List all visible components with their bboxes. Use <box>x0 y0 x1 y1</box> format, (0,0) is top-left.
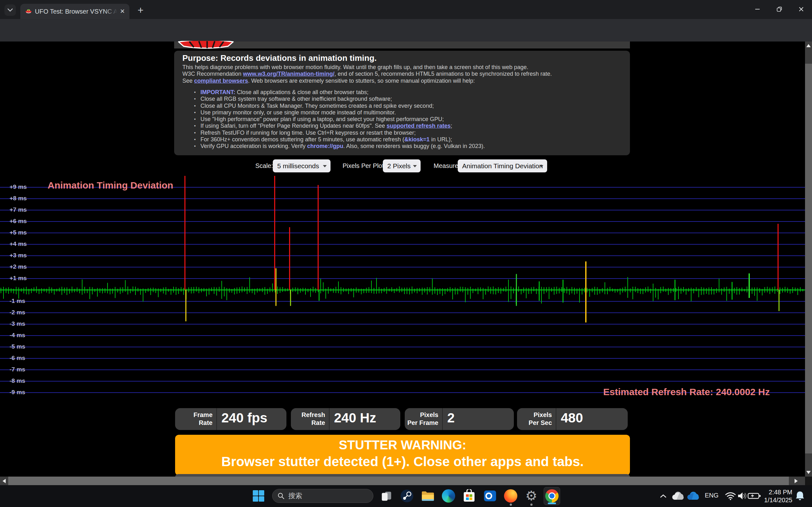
text-segment: W3C Recommendation <box>183 71 243 77</box>
text-segment: in URL); <box>429 136 452 143</box>
stat-box: RefreshRate240 Hz <box>291 408 400 430</box>
wifi-tray-icon[interactable] <box>724 489 737 503</box>
search-placeholder: 搜索 <box>288 491 302 501</box>
window-close-button[interactable] <box>797 4 806 14</box>
purpose-intro: This helps diagnose problems with web br… <box>183 64 552 84</box>
notification-bell-button[interactable] <box>794 489 806 503</box>
text-segment: . Also, some renderers was buggy (e.g. V… <box>343 143 485 149</box>
select-caret-icon <box>413 165 417 167</box>
firefox-icon <box>504 489 517 503</box>
scroll-right-arrow-icon[interactable] <box>795 479 798 483</box>
stat-divider <box>556 408 556 430</box>
edge-icon <box>442 489 455 503</box>
window-restore-button[interactable] <box>774 4 784 14</box>
text-segment: Close all CPU Monitors & Task Manager. T… <box>200 103 434 109</box>
scroll-left-arrow-icon[interactable] <box>3 479 6 483</box>
new-tab-button[interactable]: + <box>135 5 146 16</box>
file-explorer-icon[interactable] <box>421 489 435 503</box>
intro-line: W3C Recommendation www.w3.org/TR/animati… <box>183 71 552 77</box>
scale-select[interactable]: 5 milliseconds <box>273 159 331 172</box>
inline-link[interactable]: compliant browsers <box>194 78 248 84</box>
chrome-app-active[interactable] <box>544 487 560 505</box>
text-segment: ; <box>451 123 452 129</box>
stat-value: 2 <box>447 410 455 426</box>
stat-value: 480 <box>561 410 583 426</box>
text-segment: Use primary monitor only, or use single … <box>200 109 396 116</box>
firefox-running-dot <box>510 504 512 506</box>
stat-label: PixelsPer Sec <box>517 411 552 427</box>
stat-divider <box>329 408 329 430</box>
horizontal-scrollbar-thumb[interactable] <box>8 476 789 485</box>
windows-logo-icon <box>252 490 264 502</box>
start-button[interactable] <box>252 489 265 503</box>
intro-line: This helps diagnose problems with web br… <box>183 64 552 71</box>
text-segment: This helps diagnose problems with web br… <box>183 64 528 70</box>
bullet-marker: • <box>194 109 200 116</box>
page-content: Purpose: Records deviations in animation… <box>0 42 812 476</box>
task-view-button[interactable] <box>380 489 393 503</box>
onedrive-personal-tray-icon[interactable] <box>671 489 684 503</box>
outlook-icon <box>484 490 496 502</box>
inline-link[interactable]: www.w3.org/TR/animation-timing/ <box>243 71 334 77</box>
text-segment: Close all applications & close all other… <box>235 89 368 95</box>
chrome-active-indicator <box>548 503 556 504</box>
refresh-rate-annotation: Estimated Refresh Rate: 240.0002 Hz <box>603 387 770 397</box>
bullet-marker: • <box>194 96 200 102</box>
text-segment: Verify GPU acceleration is working. Veri… <box>200 143 307 149</box>
browser-tab[interactable]: UFO Test: Browser VSYNC An ✕ <box>20 4 130 19</box>
tab-search-button[interactable] <box>4 4 16 16</box>
scroll-down-arrow-icon[interactable] <box>806 471 811 474</box>
scroll-up-arrow-icon[interactable] <box>806 44 811 47</box>
tray-expand-button[interactable] <box>658 489 668 503</box>
close-icon <box>799 7 804 12</box>
screen: UFO Test: Browser VSYNC An ✕ + <box>0 0 812 507</box>
text-segment: . Web browsers are extremely sensitive t… <box>248 78 475 84</box>
microsoft-store-icon[interactable] <box>462 489 476 503</box>
firefox-app-icon[interactable] <box>504 489 517 503</box>
vertical-scrollbar[interactable] <box>805 42 812 476</box>
outlook-app-icon[interactable] <box>484 489 497 503</box>
scrollbar-corner <box>805 476 812 485</box>
vertical-scrollbar-thumb[interactable] <box>805 64 812 453</box>
task-view-icon <box>380 490 392 502</box>
inline-link[interactable]: supported refresh rates <box>387 123 451 129</box>
battery-charging-icon <box>748 492 761 500</box>
settings-running-dot <box>530 504 532 506</box>
text-segment: IMPORTANT: <box>200 89 235 95</box>
chevron-up-icon <box>660 494 667 498</box>
text-segment: For 360Hz+ convention demos stuttering a… <box>200 136 404 143</box>
select-caret-icon <box>540 165 543 167</box>
edge-browser-icon[interactable] <box>442 489 455 503</box>
stat-label: RefreshRate <box>291 411 325 427</box>
store-bag-icon <box>463 489 475 503</box>
bullet-item: •Verify GPU acceleration is working. Ver… <box>194 143 485 150</box>
text-segment: Use "High performance" power plan if usi… <box>200 116 444 122</box>
restore-icon <box>776 6 782 12</box>
onedrive-tray-icon[interactable] <box>687 489 700 503</box>
bullet-marker: • <box>194 116 200 123</box>
chrome-icon <box>545 489 559 503</box>
text-segment: &kiosk=1 <box>404 136 430 143</box>
intro-line: See compliant browsers. Web browsers are… <box>183 78 552 84</box>
stutter-warning-banner: STUTTER WARNING: Browser stutter detecte… <box>175 435 630 475</box>
stat-label: PixelsPer Frame <box>405 411 438 427</box>
warning-line-1: STUTTER WARNING: <box>175 438 630 452</box>
taskbar-search-box[interactable]: 搜索 <box>272 489 373 503</box>
window-minimize-button[interactable] <box>753 4 762 14</box>
stat-divider <box>216 408 217 430</box>
pixels-per-plot-select[interactable]: 2 Pixels <box>383 159 420 172</box>
battery-tray-icon[interactable] <box>747 489 761 503</box>
text-segment: Refresh TestUFO if running for long time… <box>200 130 415 136</box>
horizontal-scrollbar[interactable] <box>0 476 805 485</box>
volume-tray-icon[interactable] <box>737 489 747 503</box>
taskbar-clock[interactable]: 2:48 PM 1/14/2025 <box>760 488 792 504</box>
bullet-marker: • <box>194 130 200 136</box>
wifi-icon <box>725 492 736 500</box>
language-indicator[interactable]: ENG <box>705 492 718 499</box>
cloud-gray-icon <box>671 492 684 500</box>
steam-app-icon[interactable] <box>400 489 414 503</box>
measure-select[interactable]: Animation Timing Deviation <box>458 159 547 172</box>
tab-close-icon[interactable]: ✕ <box>119 8 126 15</box>
settings-app-icon[interactable]: ⚙ <box>525 489 538 503</box>
folder-icon <box>421 490 435 502</box>
